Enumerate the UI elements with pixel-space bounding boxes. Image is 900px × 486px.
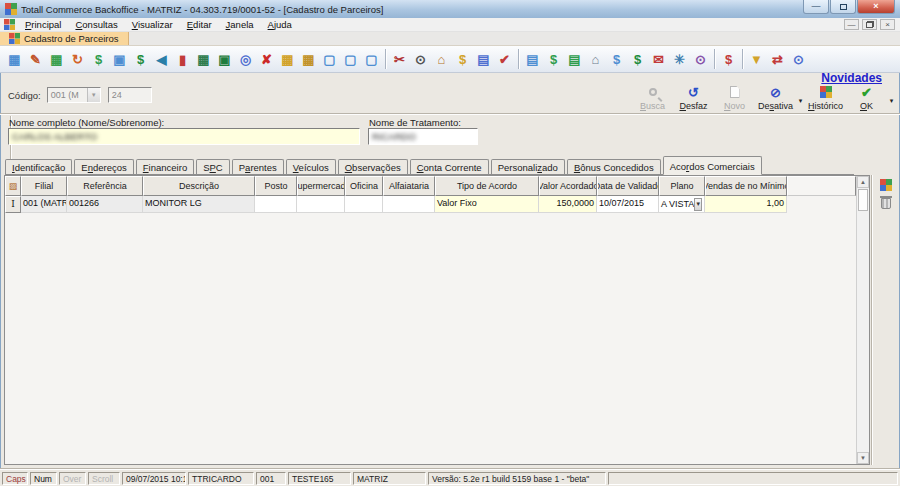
plano-dropdown-icon[interactable]: ▼ xyxy=(694,198,702,211)
import-icon[interactable]: ◀ xyxy=(151,49,172,70)
coins-icon[interactable]: $ xyxy=(452,49,473,70)
new-window-icon[interactable]: ▢ xyxy=(361,49,382,70)
mail-dollar-icon[interactable]: ✉ xyxy=(648,49,669,70)
col-header-referencia[interactable]: Referência xyxy=(67,176,143,196)
grid-add-icon[interactable] xyxy=(880,179,892,191)
cell-data-de-validade[interactable]: 10/07/2015 xyxy=(597,196,659,213)
delete-record-icon[interactable]: ✘ xyxy=(256,49,277,70)
network-dollar-icon[interactable]: ✳ xyxy=(669,49,690,70)
cell-oficina[interactable] xyxy=(345,196,383,213)
grid-config-button[interactable]: ▨ xyxy=(5,176,21,196)
menu-ajuda[interactable]: Ajuda xyxy=(261,19,299,30)
ok-dropdown-icon[interactable]: ▾ xyxy=(887,97,896,105)
report-window-icon[interactable]: ▢ xyxy=(319,49,340,70)
cell-vendas-minimo[interactable]: 1,00 xyxy=(705,196,787,213)
refresh-icon[interactable]: ↻ xyxy=(67,49,88,70)
tab-parentes[interactable]: Parentes xyxy=(232,159,284,174)
cell-descricao[interactable]: MONITOR LG xyxy=(143,196,255,213)
tab-spc[interactable]: SPC xyxy=(196,159,230,174)
historico-button[interactable]: Histórico xyxy=(805,84,846,111)
novidades-link[interactable]: Novidades xyxy=(821,71,882,85)
stock-icon[interactable]: ▣ xyxy=(109,49,130,70)
mdi-restore-button[interactable] xyxy=(862,19,877,30)
cell-posto[interactable] xyxy=(255,196,297,213)
grid-delete-icon[interactable] xyxy=(881,198,891,209)
cut-icon[interactable]: ✂ xyxy=(389,49,410,70)
ok-button[interactable]: ✔ OK xyxy=(846,84,887,111)
busca-button[interactable]: Busca xyxy=(632,84,673,111)
supplier-icon[interactable]: ⌂ xyxy=(431,49,452,70)
money-out-icon[interactable]: $ xyxy=(718,49,739,70)
search-icon[interactable]: ⊙ xyxy=(410,49,431,70)
bank-icon[interactable]: ⌂ xyxy=(585,49,606,70)
money-icon[interactable]: $ xyxy=(130,49,151,70)
disc-icon[interactable]: ◎ xyxy=(235,49,256,70)
partner-edit-icon[interactable]: ✎ xyxy=(25,49,46,70)
col-header-filial[interactable]: Filial xyxy=(21,176,67,196)
scrollbar-thumb[interactable] xyxy=(858,189,868,211)
export-package-icon[interactable]: ▼ xyxy=(746,49,767,70)
col-header-valor-acordado[interactable]: Valor Acordado xyxy=(539,176,597,196)
tab-enderecos[interactable]: Endereços xyxy=(74,159,133,174)
novo-button[interactable]: Novo xyxy=(714,84,755,111)
cell-filial[interactable]: 001 (MATRIZ xyxy=(21,196,67,213)
tab-personalizado[interactable]: Personalizado xyxy=(491,159,565,174)
codigo-input[interactable]: 24 xyxy=(108,87,152,103)
partner-add-icon[interactable]: ▦ xyxy=(46,49,67,70)
col-header-plano[interactable]: Plano xyxy=(659,176,705,196)
apptab-cadastro-de-parceiros[interactable]: Cadastro de Parceiros xyxy=(0,32,129,45)
col-header-data-de-validade[interactable]: Data de Validade xyxy=(597,176,659,196)
maximize-button[interactable] xyxy=(830,0,856,14)
menu-consultas[interactable]: Consultas xyxy=(68,19,124,30)
swap-icon[interactable]: ⇄ xyxy=(767,49,788,70)
col-header-alfaiataria[interactable]: Alfaiataria xyxy=(383,176,435,196)
col-header-descricao[interactable]: Descrição xyxy=(143,176,255,196)
calculator-icon[interactable]: ▦ xyxy=(193,49,214,70)
tab-identificacao[interactable]: Identificação xyxy=(5,159,72,174)
menu-visualizar[interactable]: Visualizar xyxy=(125,19,180,30)
nome-tratamento-input[interactable]: RICARDO xyxy=(368,128,478,145)
desativa-dropdown-icon[interactable]: ▾ xyxy=(796,97,805,105)
system-menu-icon[interactable] xyxy=(4,19,15,30)
cell-supermercado[interactable] xyxy=(297,196,345,213)
nome-completo-input[interactable]: CARLOS ALBERTO xyxy=(8,128,360,145)
col-header-supermercado[interactable]: Supermercado xyxy=(297,176,345,196)
partner-new-icon[interactable]: ▦ xyxy=(4,49,25,70)
tab-conta-corrente[interactable]: Conta Corrente xyxy=(410,159,489,174)
dollar-icon[interactable]: $ xyxy=(627,49,648,70)
search-window-icon[interactable]: ⊙ xyxy=(788,49,809,70)
table-row[interactable]: I 001 (MATRIZ 001266 MONITOR LG Valor Fi… xyxy=(5,196,856,213)
tab-veiculos[interactable]: Veículos xyxy=(286,159,336,174)
desativa-button[interactable]: ⊘ Desativa xyxy=(755,84,796,111)
close-button[interactable]: × xyxy=(857,0,895,14)
copy-window-icon[interactable]: ▢ xyxy=(340,49,361,70)
menu-principal[interactable]: Principal xyxy=(18,19,68,30)
scroll-up-icon[interactable]: ▲ xyxy=(857,176,869,188)
scroll-down-icon[interactable]: ▼ xyxy=(857,452,869,464)
safe-icon[interactable]: ▣ xyxy=(214,49,235,70)
cell-alfaiataria[interactable] xyxy=(383,196,435,213)
tab-observacoes[interactable]: Observações xyxy=(338,159,408,174)
cell-referencia[interactable]: 001266 xyxy=(67,196,143,213)
tab-bonus-concedidos[interactable]: Bônus Concedidos xyxy=(567,159,661,174)
tab-acordos-comerciais[interactable]: Acordos Comerciais xyxy=(663,156,762,175)
mdi-close-button[interactable]: × xyxy=(880,19,895,30)
col-header-posto[interactable]: Posto xyxy=(255,176,297,196)
cell-valor-acordado[interactable]: 150,0000 xyxy=(539,196,597,213)
cash-receive-icon[interactable]: $ xyxy=(88,49,109,70)
report-icon[interactable]: ▤ xyxy=(522,49,543,70)
checklist-icon[interactable]: ✔ xyxy=(494,49,515,70)
cell-tipo-de-acordo[interactable]: Valor Fixo xyxy=(435,196,539,213)
menu-janela[interactable]: Janela xyxy=(219,19,261,30)
menu-editar[interactable]: Editar xyxy=(180,19,219,30)
minimize-button[interactable]: — xyxy=(803,0,829,14)
mdi-minimize-button[interactable]: — xyxy=(844,19,859,30)
contact-card-icon[interactable]: ▤ xyxy=(473,49,494,70)
cell-plano[interactable]: A VISTA ▼ xyxy=(659,196,705,213)
transfer-icon[interactable]: $ xyxy=(606,49,627,70)
tab-financeiro[interactable]: Financeiro xyxy=(136,159,194,174)
invoice-icon[interactable]: ▤ xyxy=(564,49,585,70)
price-table-icon[interactable]: ▦ xyxy=(277,49,298,70)
vertical-scrollbar[interactable]: ▲ ▼ xyxy=(856,176,869,464)
money-exchange-icon[interactable]: $ xyxy=(543,49,564,70)
